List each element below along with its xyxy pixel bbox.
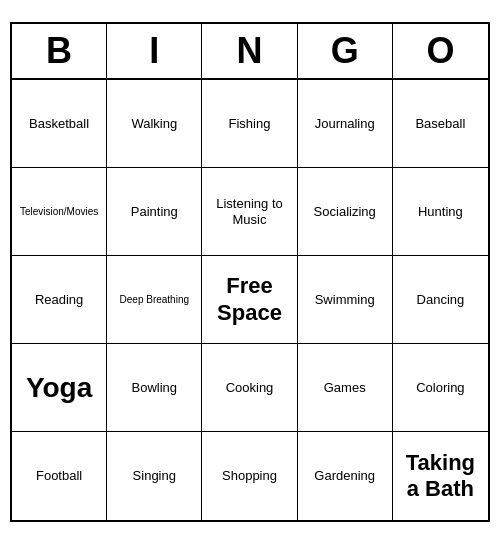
bingo-cell-10: Reading bbox=[12, 256, 107, 344]
cell-text-16: Bowling bbox=[132, 380, 178, 396]
cell-text-12: Free Space bbox=[206, 273, 292, 326]
bingo-cell-11: Deep Breathing bbox=[107, 256, 202, 344]
cell-text-3: Journaling bbox=[315, 116, 375, 132]
cell-text-22: Shopping bbox=[222, 468, 277, 484]
cell-text-21: Singing bbox=[133, 468, 176, 484]
bingo-cell-8: Socializing bbox=[298, 168, 393, 256]
bingo-cell-4: Baseball bbox=[393, 80, 488, 168]
bingo-cell-9: Hunting bbox=[393, 168, 488, 256]
bingo-cell-2: Fishing bbox=[202, 80, 297, 168]
bingo-cell-21: Singing bbox=[107, 432, 202, 520]
bingo-cell-19: Coloring bbox=[393, 344, 488, 432]
bingo-cell-0: Basketball bbox=[12, 80, 107, 168]
bingo-cell-24: Taking a Bath bbox=[393, 432, 488, 520]
cell-text-9: Hunting bbox=[418, 204, 463, 220]
bingo-cell-6: Painting bbox=[107, 168, 202, 256]
cell-text-13: Swimming bbox=[315, 292, 375, 308]
cell-text-10: Reading bbox=[35, 292, 83, 308]
cell-text-20: Football bbox=[36, 468, 82, 484]
cell-text-18: Games bbox=[324, 380, 366, 396]
cell-text-19: Coloring bbox=[416, 380, 464, 396]
bingo-letter-i: I bbox=[107, 24, 202, 78]
bingo-cell-7: Listening to Music bbox=[202, 168, 297, 256]
bingo-cell-15: Yoga bbox=[12, 344, 107, 432]
cell-text-14: Dancing bbox=[417, 292, 465, 308]
bingo-letter-n: N bbox=[202, 24, 297, 78]
bingo-grid: BasketballWalkingFishingJournalingBaseba… bbox=[12, 80, 488, 520]
bingo-header: BINGO bbox=[12, 24, 488, 80]
bingo-letter-b: B bbox=[12, 24, 107, 78]
bingo-cell-14: Dancing bbox=[393, 256, 488, 344]
bingo-cell-1: Walking bbox=[107, 80, 202, 168]
cell-text-2: Fishing bbox=[229, 116, 271, 132]
bingo-cell-12: Free Space bbox=[202, 256, 297, 344]
bingo-cell-18: Games bbox=[298, 344, 393, 432]
cell-text-6: Painting bbox=[131, 204, 178, 220]
cell-text-5: Television/Movies bbox=[20, 206, 98, 218]
cell-text-0: Basketball bbox=[29, 116, 89, 132]
cell-text-24: Taking a Bath bbox=[397, 450, 484, 503]
bingo-cell-3: Journaling bbox=[298, 80, 393, 168]
cell-text-23: Gardening bbox=[314, 468, 375, 484]
bingo-card: BINGO BasketballWalkingFishingJournaling… bbox=[10, 22, 490, 522]
cell-text-11: Deep Breathing bbox=[120, 294, 190, 306]
bingo-cell-5: Television/Movies bbox=[12, 168, 107, 256]
cell-text-15: Yoga bbox=[26, 371, 92, 405]
bingo-cell-22: Shopping bbox=[202, 432, 297, 520]
cell-text-1: Walking bbox=[131, 116, 177, 132]
bingo-cell-13: Swimming bbox=[298, 256, 393, 344]
bingo-letter-o: O bbox=[393, 24, 488, 78]
cell-text-8: Socializing bbox=[314, 204, 376, 220]
cell-text-4: Baseball bbox=[415, 116, 465, 132]
bingo-cell-16: Bowling bbox=[107, 344, 202, 432]
bingo-cell-20: Football bbox=[12, 432, 107, 520]
bingo-cell-17: Cooking bbox=[202, 344, 297, 432]
cell-text-7: Listening to Music bbox=[206, 196, 292, 227]
cell-text-17: Cooking bbox=[226, 380, 274, 396]
bingo-cell-23: Gardening bbox=[298, 432, 393, 520]
bingo-letter-g: G bbox=[298, 24, 393, 78]
